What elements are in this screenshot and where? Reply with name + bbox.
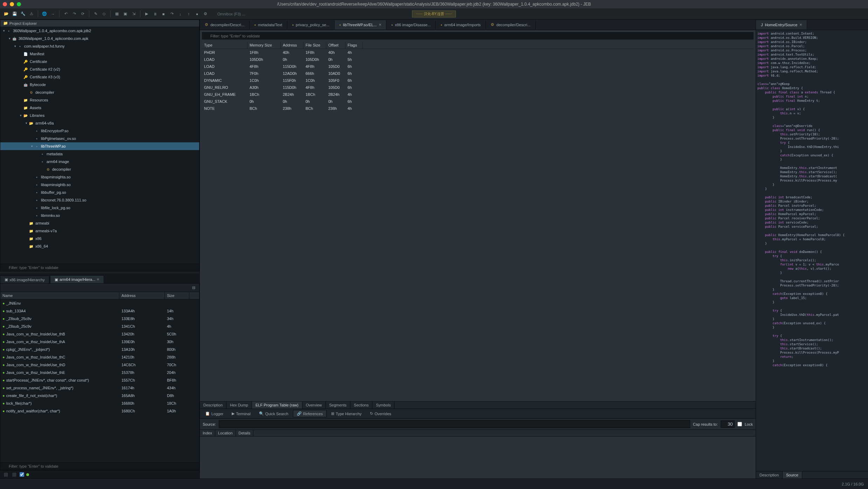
- table-row[interactable]: ●create_file_if_not_exist(char*)165A8hD8…: [0, 392, 199, 399]
- tree-item[interactable]: ▪ libmmkv.so: [0, 212, 199, 219]
- forward-icon[interactable]: →: [49, 10, 56, 17]
- col-header-name[interactable]: Name: [0, 292, 119, 299]
- table-row[interactable]: ●Java_com_w_thsz_InsideUse_thB13420h5C0h: [0, 330, 199, 338]
- tree-item[interactable]: 🔑 Certificate #3 (v3): [0, 73, 199, 81]
- tree-item[interactable]: 📁 Resources: [0, 96, 199, 104]
- tree-item[interactable]: ▾ ▪ libThreeWP.so: [0, 142, 199, 150]
- minimize-window-button[interactable]: [10, 2, 14, 6]
- col-header-size[interactable]: Size: [165, 292, 189, 299]
- tree-item[interactable]: ▪ libfile_lock_pg.so: [0, 204, 199, 212]
- col-header-address[interactable]: Address: [119, 292, 165, 299]
- table-row[interactable]: LOAD7F0h12AD0h666h10AD06h: [202, 70, 754, 77]
- table-row[interactable]: ●lock_file(char*)16680h18Ch: [0, 399, 199, 407]
- tree-item[interactable]: ▾ ▪ 360Wallpaper_1.0.4_apkcombo.com.apk.…: [0, 27, 199, 35]
- source-bottom-tab[interactable]: Source: [783, 472, 802, 479]
- hierarchy-tab[interactable]: ▣arm64 image/Hiera...×: [50, 275, 104, 283]
- close-icon[interactable]: ×: [97, 277, 99, 282]
- omnibox-hint[interactable]: Omnibox (F3) ...: [217, 12, 245, 16]
- tree-item[interactable]: ▪ libapminsightb.so: [0, 181, 199, 189]
- source-input[interactable]: [219, 420, 690, 428]
- close-icon[interactable]: ×: [379, 22, 381, 27]
- elf-col-header[interactable]: Type: [202, 42, 247, 49]
- tree-item[interactable]: ⚙ decompiler: [0, 165, 199, 173]
- source-code-view[interactable]: import android.content.Intent; import an…: [756, 30, 868, 471]
- view-btn-1[interactable]: [4, 472, 8, 477]
- table-row[interactable]: ●notify_and_waitfor(char*, char*)1680Ch1…: [0, 407, 199, 415]
- table-row[interactable]: GNU_EH_FRAME1BCh2B24h1BCh2B24h4h: [202, 91, 754, 98]
- editor-tab[interactable]: ▪arm64 image/Imports: [436, 21, 486, 29]
- globe-icon[interactable]: 🌐: [41, 10, 48, 17]
- elf-col-header[interactable]: Address: [281, 42, 303, 49]
- edit-icon[interactable]: ✎: [92, 10, 99, 17]
- tree-item[interactable]: 📁 armeabi: [0, 219, 199, 227]
- table-row[interactable]: ●Java_com_w_thsz_InsideUse_thC14210h288h: [0, 353, 199, 361]
- view-btn-2[interactable]: [12, 472, 17, 477]
- editor-bottom-tab[interactable]: ELF Program Table (raw): [252, 402, 302, 409]
- elf-col-header[interactable]: Memory Size: [247, 42, 281, 49]
- tree-item[interactable]: ⚙ decompiler: [0, 88, 199, 96]
- tree-item[interactable]: 📄 Manifest: [0, 50, 199, 58]
- source-tab[interactable]: J HomeEntry/Source ×: [756, 20, 807, 29]
- debug-pause-icon[interactable]: ⏸: [152, 10, 159, 17]
- table-row[interactable]: PHDR1F8h40h1F8h40h4h: [202, 49, 754, 56]
- hierarchy-tab[interactable]: ▣x86 image/Hierarchy: [0, 276, 49, 283]
- hierarchy-filter-input[interactable]: [0, 463, 199, 470]
- elf-col-header[interactable]: Offset: [326, 42, 345, 49]
- close-icon[interactable]: ×: [799, 22, 802, 27]
- table-row[interactable]: LOAD4F8h115D0h4F8h105D06h: [202, 63, 754, 70]
- editor-tab[interactable]: ▪x86 image/Disasse...: [386, 21, 436, 29]
- editor-tab[interactable]: ▪privacy_policy_se...: [287, 21, 335, 29]
- editor-tab[interactable]: ▪libThreeWP.so/EL...×: [335, 20, 386, 29]
- table-row[interactable]: DYNAMIC1C0h115F0h1C0h105F06h: [202, 77, 754, 84]
- editor-bottom-tab[interactable]: Overview: [302, 402, 326, 409]
- tree-item[interactable]: 📁 armeabi-v7a: [0, 227, 199, 235]
- sync-checkbox[interactable]: [20, 472, 24, 477]
- cap-results-input[interactable]: [721, 420, 735, 428]
- table-row[interactable]: ●Java_com_w_thsz_InsideUse_thE15378h204h: [0, 369, 199, 376]
- tree-item[interactable]: 🔑 Certificate: [0, 58, 199, 65]
- table-row[interactable]: ●cpkg(_JNIEnv*, _jobject*)13A10h800h: [0, 346, 199, 353]
- tree-item[interactable]: ▪ libcronet.76.0.3809.111.so: [0, 196, 199, 204]
- breakpoint-icon[interactable]: ●: [194, 10, 201, 17]
- table-row[interactable]: ●_JNIEnv: [0, 299, 199, 307]
- tree-item[interactable]: ▪ libbuffer_pg.so: [0, 189, 199, 196]
- console-body[interactable]: [200, 437, 756, 479]
- tree-item[interactable]: ▪ libapminsighta.so: [0, 173, 199, 181]
- step-over-icon[interactable]: ↷: [168, 10, 175, 17]
- editor-bottom-tab[interactable]: Hex Dump: [226, 402, 252, 409]
- tree-item[interactable]: 📁 Assets: [0, 104, 199, 112]
- debug-play-icon[interactable]: ▶: [143, 10, 150, 17]
- console-col-header[interactable]: Details: [236, 430, 254, 436]
- table-row[interactable]: ●sub_133A4133A4h14h: [0, 307, 199, 315]
- warning-icon[interactable]: ⚠: [28, 10, 35, 17]
- tree-item[interactable]: 📁 x86_64: [0, 242, 199, 250]
- table-row[interactable]: ●Java_com_w_thsz_InsideUse_thA139E0h30h: [0, 338, 199, 346]
- save-icon[interactable]: 💾: [11, 10, 18, 17]
- maximize-window-button[interactable]: [17, 2, 21, 6]
- tree-item[interactable]: ▾ 📂 arm64-v8a: [0, 119, 199, 127]
- table-row[interactable]: ●set_process_name(_JNIEnv*, _jstring*)16…: [0, 384, 199, 392]
- elf-col-header[interactable]: File Size: [303, 42, 326, 49]
- console-tab[interactable]: ▶Terminal: [228, 410, 254, 417]
- elf-filter-input[interactable]: [202, 33, 754, 40]
- step-into-icon[interactable]: ↓: [177, 10, 184, 17]
- console-tab[interactable]: ↻Overrides: [366, 410, 395, 417]
- editor-bottom-tab[interactable]: Sections: [350, 402, 372, 409]
- source-bottom-tab[interactable]: Description: [756, 472, 783, 479]
- lock-checkbox[interactable]: [737, 422, 742, 426]
- table-row[interactable]: ●Java_com_w_thsz_InsideUse_thD14C6Ch70Ch: [0, 361, 199, 369]
- console-tab[interactable]: 🔍Quick Search: [255, 410, 292, 417]
- console-col-header[interactable]: Location: [215, 430, 236, 436]
- hierarchy-table-body[interactable]: ●_JNIEnv●sub_133A4133A4h14h●_Z8sub_25c8v…: [0, 299, 199, 462]
- editor-bottom-tab[interactable]: Symbols: [372, 402, 394, 409]
- table-row[interactable]: GNU_RELROA30h115D0h4F8h105D06h: [202, 84, 754, 91]
- console-tab[interactable]: 🔗References: [293, 410, 327, 417]
- tree-item[interactable]: 📁 x86: [0, 235, 199, 242]
- editor-bottom-tab[interactable]: Description: [200, 402, 226, 409]
- collapse-icon[interactable]: ⇲: [130, 10, 137, 17]
- project-tree[interactable]: ▾ ▪ 360Wallpaper_1.0.4_apkcombo.com.apk.…: [0, 27, 199, 264]
- elf-col-header[interactable]: Flags: [345, 42, 363, 49]
- tree-item[interactable]: ▪ libPglmetasec_ov.so: [0, 135, 199, 142]
- console-col-header[interactable]: Index: [200, 430, 215, 436]
- tree-item[interactable]: ▾ 🤖 360Wallpaper_1.0.4_apkcombo.com.apk: [0, 35, 199, 42]
